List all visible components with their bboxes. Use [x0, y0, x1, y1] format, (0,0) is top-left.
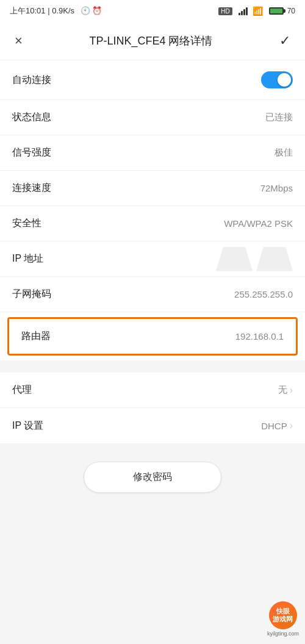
spacer-1 — [0, 367, 305, 373]
router-value: 192.168.0.1 — [235, 331, 284, 342]
ip-settings-label: IP 设置 — [12, 420, 43, 432]
signal-strength-value: 极佳 — [274, 147, 293, 159]
connection-speed-row: 连接速度 72Mbps — [0, 171, 305, 206]
proxy-row[interactable]: 代理 无 › — [0, 373, 305, 408]
logo-text: 快眼游戏网 — [273, 607, 293, 623]
logo-circle: 快眼游戏网 — [269, 601, 297, 629]
status-bar: 上午10:01 | 0.9K/s 🕙 ⏰ HD 📶 70 — [0, 0, 305, 22]
connection-speed-value: 72Mbps — [260, 183, 293, 193]
auto-connect-label: 自动连接 — [12, 74, 51, 87]
wifi-icon: 📶 — [253, 6, 263, 16]
subnet-mask-value: 255.255.255.0 — [234, 289, 293, 299]
header: × TP-LINK_CFE4 网络详情 ✓ — [0, 22, 305, 60]
logo-subtext: kyilgting.com — [267, 631, 299, 637]
time-display: 上午10:01 — [10, 6, 46, 15]
proxy-chevron-icon: › — [290, 385, 293, 396]
battery-icon — [269, 7, 284, 15]
ip-settings-value-arrow: DHCP › — [261, 420, 293, 431]
router-row-wrapper: 路由器 192.168.0.1 — [0, 312, 305, 360]
signal-strength-row: 信号强度 极佳 — [0, 135, 305, 171]
status-info-label: 状态信息 — [12, 111, 51, 124]
proxy-value: 无 — [278, 384, 287, 396]
hd-badge: HD — [218, 7, 232, 15]
router-label: 路由器 — [21, 330, 51, 343]
alarm-icon: ⏰ — [92, 6, 102, 15]
status-info-value: 已连接 — [265, 112, 293, 123]
status-info-row: 状态信息 已连接 — [0, 100, 305, 135]
ip-settings-value: DHCP — [261, 421, 287, 431]
ip-settings-chevron-icon: › — [290, 420, 293, 431]
site-logo: 快眼游戏网 kyilgting.com — [267, 601, 299, 637]
subnet-mask-row: 子网掩码 255.255.255.0 — [0, 277, 305, 312]
battery-level: 70 — [287, 7, 295, 15]
modify-password-button[interactable]: 修改密码 — [84, 462, 221, 493]
main-content: 自动连接 状态信息 已连接 信号强度 极佳 连接速度 72Mbps 安全性 WP… — [0, 60, 305, 505]
clock-icon: 🕙 — [81, 6, 90, 15]
auto-connect-toggle[interactable] — [261, 71, 293, 88]
status-icons: HD 📶 70 — [218, 6, 295, 16]
ip-watermark — [216, 247, 293, 271]
ip-address-label: IP 地址 — [12, 252, 43, 265]
connection-speed-label: 连接速度 — [12, 182, 51, 195]
proxy-label: 代理 — [12, 384, 32, 396]
section-settings: 代理 无 › IP 设置 DHCP › — [0, 373, 305, 443]
ip-address-row: IP 地址 — [0, 242, 305, 277]
ip-settings-row[interactable]: IP 设置 DHCP › — [0, 408, 305, 443]
signal-strength-label: 信号强度 — [12, 146, 51, 159]
page-title: TP-LINK_CFE4 网络详情 — [89, 34, 212, 48]
network-speed: 0.9K/s — [52, 6, 74, 15]
signal-icon — [239, 7, 248, 15]
proxy-value-arrow: 无 › — [278, 384, 293, 396]
security-label: 安全性 — [12, 217, 41, 230]
close-button[interactable]: × — [12, 30, 25, 51]
watermark-shape-1 — [216, 247, 253, 271]
status-time-speed: 上午10:01 | 0.9K/s 🕙 ⏰ — [10, 5, 102, 16]
button-area: 修改密码 — [0, 449, 305, 505]
subnet-mask-label: 子网掩码 — [12, 288, 51, 301]
section-main: 自动连接 状态信息 已连接 信号强度 极佳 连接速度 72Mbps 安全性 WP… — [0, 60, 305, 360]
security-value: WPA/WPA2 PSK — [224, 218, 293, 229]
router-row: 路由器 192.168.0.1 — [7, 317, 298, 356]
auto-connect-row: 自动连接 — [0, 60, 305, 100]
watermark-shape-2 — [256, 247, 293, 271]
confirm-button[interactable]: ✓ — [277, 30, 293, 51]
security-row: 安全性 WPA/WPA2 PSK — [0, 206, 305, 242]
